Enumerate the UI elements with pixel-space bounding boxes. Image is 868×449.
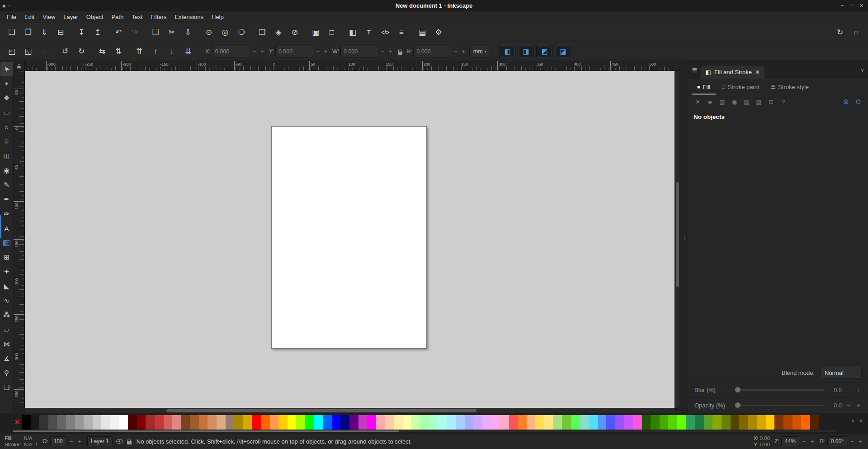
h-increase-button[interactable]: + [460, 48, 467, 55]
opacity-increase-button[interactable]: + [855, 402, 862, 409]
palette-swatch[interactable] [774, 415, 783, 430]
ungroup-objects-button[interactable]: □ [324, 25, 340, 40]
xml-editor-button[interactable]: </> [377, 25, 393, 40]
flip-horizontal-button[interactable]: ⇆ [94, 44, 110, 59]
spiral-tool-button[interactable]: ◉ [0, 163, 13, 178]
ellipse-tool-button[interactable]: ○ [0, 120, 13, 134]
layer-visibility-icon[interactable] [116, 439, 123, 444]
raise-to-top-button[interactable]: ⇈ [131, 44, 147, 59]
palette-swatch[interactable] [252, 415, 261, 430]
palette-swatch[interactable] [48, 415, 57, 430]
zoom-to-selection-button[interactable]: ⊙ [201, 25, 217, 40]
palette-swatch[interactable] [748, 415, 757, 430]
palette-swatch[interactable] [411, 415, 420, 430]
palette-swatch[interactable] [722, 415, 731, 430]
palette-swatch[interactable] [686, 415, 695, 430]
menu-text[interactable]: Text [127, 12, 146, 22]
scale-stroke-toggle-button[interactable]: ◧ [499, 45, 515, 58]
palette-swatch[interactable] [695, 415, 704, 430]
palette-swatch[interactable] [314, 415, 323, 430]
palette-scroll-up-button[interactable]: ∧ [851, 418, 854, 424]
palette-scroll-down-button[interactable]: ∨ [859, 418, 863, 424]
rotate-ccw-button[interactable]: ↺ [57, 44, 73, 59]
new-document-button[interactable]: ❏ [4, 25, 20, 40]
palette-swatch[interactable] [190, 415, 199, 430]
object-opacity-entry[interactable]: 100 [50, 436, 66, 446]
horizontal-scrollbar[interactable] [25, 408, 675, 413]
palette-swatch[interactable] [367, 415, 376, 430]
preferences-button[interactable]: ⚙ [430, 25, 447, 40]
tab-fill[interactable]: ■Fill [692, 79, 716, 95]
undo-button[interactable]: ↶ [110, 25, 127, 40]
paste-button[interactable]: ⇩ [180, 25, 196, 40]
node-tool-button[interactable]: ⌖ [0, 76, 13, 91]
palette-swatch[interactable] [243, 415, 252, 430]
palette-swatch[interactable] [323, 415, 332, 430]
palette-swatch[interactable] [677, 415, 686, 430]
rotate-cw-button[interactable]: ↻ [73, 44, 90, 59]
snapping-toggle-button[interactable]: ∩ [848, 25, 864, 40]
palette-swatch[interactable] [651, 415, 660, 430]
canvas[interactable] [25, 71, 675, 408]
y-increase-button[interactable]: + [322, 48, 329, 55]
pencil-tool-button[interactable]: ✎ [0, 178, 13, 192]
vertical-ruler[interactable]: -50050100150200250300350 [14, 71, 25, 408]
eraser-tool-button[interactable]: ▱ [0, 322, 13, 337]
save-document-button[interactable]: ⇓ [36, 25, 52, 40]
palette-swatch[interactable] [101, 415, 110, 430]
palette-swatch[interactable] [527, 415, 536, 430]
flip-vertical-button[interactable]: ⇅ [110, 44, 127, 59]
cut-button[interactable]: ✂ [164, 25, 180, 40]
maximize-button[interactable]: □ [850, 3, 853, 9]
palette-swatch[interactable] [562, 415, 571, 430]
select-all-button[interactable]: ◰ [4, 44, 20, 59]
paint-radial-gradient-button[interactable]: ◉ [729, 97, 740, 107]
palette-swatch[interactable] [500, 415, 509, 430]
toolbox-scrollbar[interactable] [0, 215, 1, 238]
document-properties-button[interactable]: ▤ [414, 25, 430, 40]
palette-swatch[interactable] [712, 415, 722, 430]
palette-swatch[interactable] [403, 415, 412, 430]
palette-swatch[interactable] [544, 415, 553, 430]
connector-tool-button[interactable]: ⋈ [0, 337, 13, 351]
palette-swatch[interactable] [668, 415, 677, 430]
palette-swatch[interactable] [155, 415, 164, 430]
palette-swatch[interactable] [288, 415, 297, 430]
palette-swatch[interactable] [801, 415, 810, 430]
blur-slider-thumb[interactable] [735, 387, 741, 392]
menu-layer[interactable]: Layer [59, 12, 82, 22]
paint-flat-color-button[interactable]: ■ [705, 97, 715, 107]
palette-swatch[interactable] [217, 415, 226, 430]
palette-swatch[interactable] [226, 415, 235, 430]
palette-swatch[interactable] [518, 415, 527, 430]
blur-decrease-button[interactable]: − [845, 387, 852, 393]
palette-swatch[interactable] [332, 415, 341, 430]
palette-swatch[interactable] [731, 415, 740, 430]
menu-file[interactable]: File [3, 12, 20, 22]
palette-swatch[interactable] [110, 415, 119, 430]
object-opacity-decrease-button[interactable]: − [68, 438, 75, 445]
zoom-decrease-button[interactable]: − [801, 438, 807, 445]
layer-lock-icon[interactable] [127, 438, 132, 444]
zoom-entry[interactable]: 44% [781, 436, 799, 446]
measure-tool-button[interactable]: ∡ [0, 351, 13, 366]
minimize-button[interactable]: − [841, 3, 844, 9]
palette-swatch[interactable] [181, 415, 190, 430]
stroke-swatch[interactable]: N/A [24, 441, 32, 448]
palette-none-swatch[interactable]: ✕ [13, 415, 22, 430]
rotation-decrease-button[interactable]: − [849, 438, 855, 445]
opacity-decrease-button[interactable]: − [845, 402, 852, 409]
units-dropdown[interactable]: mm ▾ [469, 46, 490, 57]
x-decrease-button[interactable]: − [251, 48, 258, 55]
paint-mesh-gradient-button[interactable]: ⊞ [766, 97, 776, 107]
unlink-clone-button[interactable]: ⊘ [287, 25, 303, 40]
mesh-tool-button[interactable]: ⊞ [0, 250, 13, 265]
guide-lock-toggle[interactable] [14, 61, 25, 71]
h-entry[interactable]: 0.000 [413, 46, 451, 57]
zoom-tool-button[interactable]: ⚲ [0, 366, 13, 380]
collapse-dock-icon[interactable]: ∨ [860, 67, 864, 73]
palette-swatch[interactable] [704, 415, 713, 430]
shape-builder-tool-button[interactable]: ❖ [0, 91, 13, 105]
w-entry[interactable]: 0.000 [340, 46, 378, 57]
palette-swatch[interactable] [739, 415, 748, 430]
